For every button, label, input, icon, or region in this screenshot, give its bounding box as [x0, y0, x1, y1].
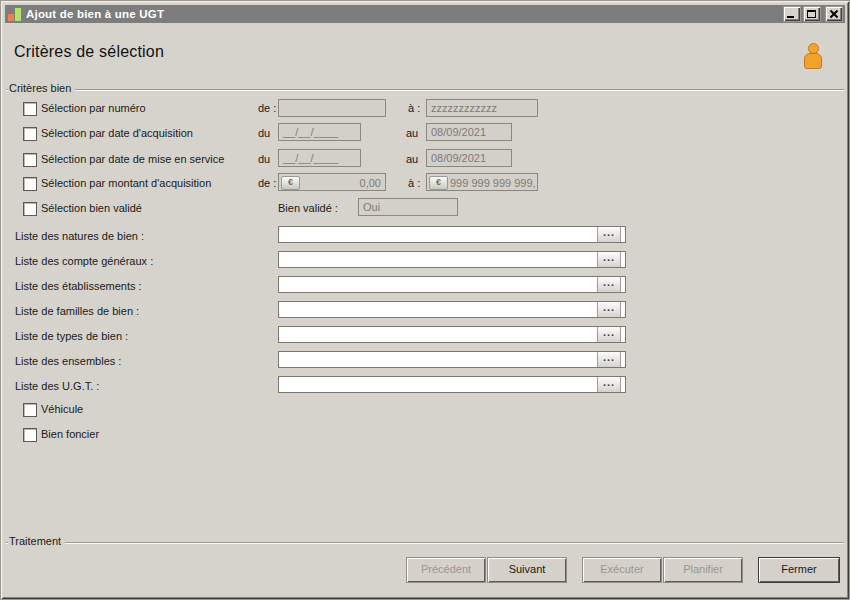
label-liste-types: Liste de types de bien :	[15, 329, 128, 343]
label-acquisition-au: au	[406, 126, 418, 140]
checkbox-bien-valide[interactable]	[23, 202, 37, 216]
montant-a-value: 999 999 999 999,	[450, 175, 536, 191]
input-liste-etablissements[interactable]: ...	[278, 276, 626, 293]
minimize-button[interactable]	[783, 6, 801, 22]
input-bien-valide: Oui	[358, 198, 458, 216]
input-numero-de	[278, 99, 386, 117]
input-numero-a: zzzzzzzzzzzz	[426, 99, 538, 117]
user-icon	[803, 43, 823, 70]
input-liste-familles[interactable]: ...	[278, 301, 626, 318]
montant-de-value: 0,00	[360, 175, 381, 191]
checkbox-selection-numero[interactable]	[23, 102, 37, 116]
dialog-window: Ajout de bien à une UGT Critères de séle…	[0, 0, 850, 600]
label-montant-de: de :	[258, 176, 276, 190]
label-service-au: au	[406, 152, 418, 166]
input-acquisition-du: __/__/____	[278, 123, 361, 141]
label-acquisition-du: du	[258, 126, 270, 140]
processing-group-line	[6, 542, 844, 544]
browse-button[interactable]: ...	[597, 276, 621, 293]
criteria-group-label: Critères bien	[8, 82, 75, 94]
minimize-icon	[787, 16, 794, 18]
browse-button[interactable]: ...	[597, 301, 621, 318]
checkbox-montant-acquisition[interactable]	[23, 177, 37, 191]
input-liste-ensembles[interactable]: ...	[278, 351, 626, 368]
label-vehicule: Véhicule	[41, 402, 83, 416]
label-liste-ensembles: Liste des ensembles :	[15, 354, 121, 368]
maximize-icon	[807, 10, 816, 18]
checkbox-vehicule[interactable]	[23, 403, 37, 417]
fermer-button[interactable]: Fermer	[758, 557, 840, 583]
processing-group-label: Traitement	[8, 535, 65, 547]
label-liste-comptes: Liste des compte généraux :	[15, 254, 153, 268]
label-bien-foncier: Bien foncier	[41, 427, 99, 441]
checkbox-bien-foncier[interactable]	[23, 428, 37, 442]
input-montant-a: € 999 999 999 999,	[426, 173, 538, 191]
executer-button[interactable]: Exécuter	[582, 557, 662, 583]
browse-button[interactable]: ...	[597, 376, 621, 393]
criteria-group-line	[6, 89, 844, 91]
label-liste-etablissements: Liste des établissements :	[15, 279, 142, 293]
label-service-du: du	[258, 152, 270, 166]
precedent-button[interactable]: Précédent	[406, 557, 486, 583]
currency-icon: €	[281, 176, 300, 190]
label-date-acquisition: Sélection par date d'acquisition	[41, 126, 193, 140]
planifier-button[interactable]: Planifier	[663, 557, 743, 583]
input-acquisition-au: 08/09/2021	[426, 123, 512, 141]
label-selection-bien-valide: Sélection bien validé	[41, 201, 142, 215]
label-liste-ugt: Liste des U.G.T. :	[15, 379, 99, 393]
checkbox-date-mise-en-service[interactable]	[23, 153, 37, 167]
input-service-au: 08/09/2021	[426, 149, 512, 167]
input-service-du: __/__/____	[278, 149, 361, 167]
browse-button[interactable]: ...	[597, 226, 621, 243]
window-title: Ajout de bien à une UGT	[26, 8, 164, 20]
input-montant-de: € 0,00	[278, 173, 386, 191]
label-bien-valide: Bien validé :	[278, 201, 338, 215]
label-montant-a: à :	[408, 176, 420, 190]
label-montant-acquisition: Sélection par montant d'acquisition	[41, 176, 211, 190]
app-icon	[8, 8, 21, 21]
close-button[interactable]	[825, 6, 843, 22]
input-liste-ugt[interactable]: ...	[278, 376, 626, 393]
suivant-button[interactable]: Suivant	[487, 557, 567, 583]
browse-button[interactable]: ...	[597, 251, 621, 268]
input-liste-comptes[interactable]: ...	[278, 251, 626, 268]
page-title: Critères de sélection	[14, 43, 164, 61]
maximize-button[interactable]	[803, 6, 821, 22]
currency-icon: €	[429, 176, 448, 190]
input-liste-types[interactable]: ...	[278, 326, 626, 343]
label-liste-natures: Liste des natures de bien :	[15, 229, 144, 243]
window-controls	[781, 6, 843, 22]
checkbox-date-acquisition[interactable]	[23, 127, 37, 141]
input-liste-natures[interactable]: ...	[278, 226, 626, 243]
label-liste-familles: Liste de familles de bien :	[15, 304, 139, 318]
label-numero-a: à :	[408, 101, 420, 115]
titlebar: Ajout de bien à une UGT	[5, 5, 845, 23]
browse-button[interactable]: ...	[597, 351, 621, 368]
label-selection-numero: Sélection par numéro	[41, 101, 146, 115]
label-date-mise-en-service: Sélection par date de mise en service	[41, 152, 224, 166]
browse-button[interactable]: ...	[597, 326, 621, 343]
label-numero-de: de :	[258, 101, 276, 115]
